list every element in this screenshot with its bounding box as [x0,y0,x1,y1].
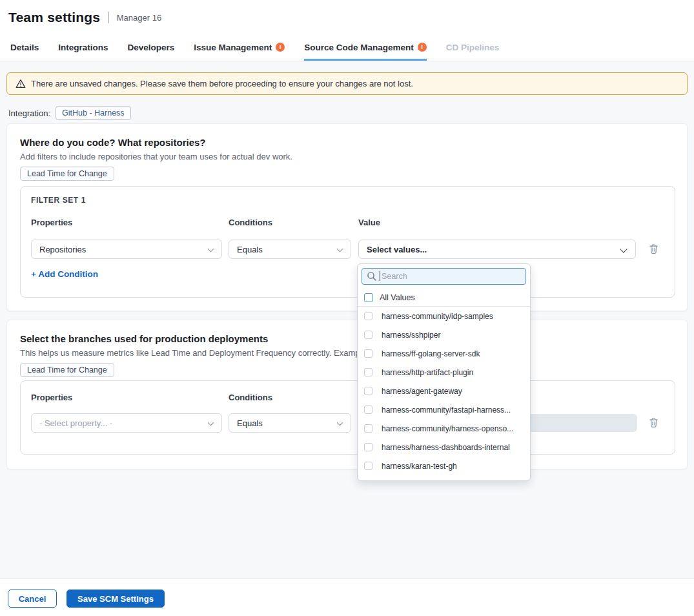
dropdown-option[interactable]: harness-community/fastapi-harness... [358,400,530,419]
repositories-card-subtitle: Add filters to include repositories that… [20,152,292,161]
tab-label: CD Pipelines [446,43,500,52]
branches-card-subtitle: This helps us measure metrics like Lead … [20,348,389,358]
dropdown-option[interactable]: harness/http-artifact-plugin [358,363,530,382]
values-dropdown-panel: All Values harness-community/idp-samples… [357,263,531,481]
integration-label: Integration: [8,108,50,118]
chevron-down-icon [337,420,343,426]
checkbox-icon[interactable] [364,293,373,302]
dropdown-option[interactable]: harness-community/idp-samples [358,307,530,325]
chevron-down-icon [208,420,214,426]
checkbox-icon[interactable] [364,368,373,376]
integration-row: Integration: GitHub - Harness [8,106,131,120]
delete-condition-button[interactable] [649,417,658,428]
search-icon [367,271,377,282]
conditions-column-label: Conditions [229,218,272,227]
title-row: Team settings Manager 16 [0,0,694,25]
team-name-label: Manager 16 [117,13,161,23]
tab[interactable]: Issue Management ! [194,37,285,61]
dropdown-option[interactable]: harness/sshpiper [358,325,530,344]
option-label: harness-community/idp-samples [382,312,493,321]
footer-bar: Cancel Save SCM Settings [0,579,694,616]
checkbox-icon[interactable] [364,312,373,320]
page-title: Team settings [8,10,100,25]
chevron-down-icon [620,245,627,252]
option-label: harness/ff-golang-server-sdk [382,349,480,358]
value-multiselect[interactable]: Select values... [358,240,636,259]
checkbox-icon[interactable] [364,443,373,451]
condition-select-value: Equals [237,418,263,428]
tab[interactable]: Developers ! [128,37,175,61]
tab[interactable]: Source Code Management ! [304,37,427,61]
dropdown-option[interactable]: harness-community/harness-openso... [358,419,530,438]
checkbox-icon[interactable] [364,387,373,395]
option-label: harness/sshpiper [382,331,440,340]
dropdown-search [362,268,526,285]
checkbox-icon[interactable] [364,480,373,481]
property-select[interactable]: Repositories [31,240,222,259]
filter-set-label: FILTER SET 1 [31,196,86,205]
condition-select[interactable]: Equals [229,240,351,259]
checkbox-icon[interactable] [364,406,373,414]
dropdown-option[interactable]: harness/... [358,475,530,481]
delete-condition-button[interactable] [649,243,658,254]
repositories-card: Where do you code? What repositories? Ad… [6,123,688,311]
filter-set-1-box: FILTER SET 1 Properties Conditions Value… [20,186,675,298]
option-label: harness-community/fastapi-harness... [382,406,511,415]
condition-select[interactable]: Equals [229,413,351,433]
tab-label: Issue Management [194,43,272,52]
banner-text: There are unsaved changes. Please save t… [31,79,413,88]
tab-label: Developers [128,43,175,52]
repositories-card-title: Where do you code? What repositories? [20,137,206,148]
tab[interactable]: Integrations ! [58,37,108,61]
tab-warning-icon: ! [276,43,285,52]
text-caret [380,271,380,281]
search-input[interactable] [362,268,526,285]
lead-time-chip: Lead Time for Change [20,167,114,181]
lead-time-chip: Lead Time for Change [20,363,114,377]
property-select-value: Repositories [39,245,86,254]
tab-label: Details [10,43,39,52]
dropdown-option[interactable]: harness/agent-gateway [358,382,530,400]
integration-chip[interactable]: GitHub - Harness [56,106,131,120]
save-scm-settings-button[interactable]: Save SCM Settings [66,590,165,608]
value-select-placeholder: Select values... [367,245,427,254]
option-label: harness/agent-gateway [382,387,462,396]
select-all-label: All Values [380,293,415,302]
dropdown-option[interactable]: harness/karan-test-gh [358,457,530,475]
option-label: harness/harness-dashboards-internal [382,443,510,452]
add-condition-button[interactable]: + Add Condition [31,269,98,279]
branches-card: Select the branches used for production … [6,320,688,469]
properties-column-label: Properties [31,393,72,402]
property-select-placeholder: - Select property... - [39,418,112,428]
tab[interactable]: CD Pipelines ! [446,37,500,61]
branches-card-title: Select the branches used for production … [20,333,268,344]
conditions-column-label: Conditions [229,393,272,402]
warning-triangle-icon [15,79,26,88]
property-select[interactable]: - Select property... - [31,413,222,433]
checkbox-icon[interactable] [364,424,373,433]
cancel-button[interactable]: Cancel [8,590,57,608]
tab[interactable]: Details ! [10,37,39,61]
branch-filter-box: Properties Conditions Value - Select pro… [20,380,675,455]
properties-column-label: Properties [31,218,72,227]
checkbox-icon[interactable] [364,462,373,470]
tab-warning-icon: ! [418,43,427,52]
option-label: harness/karan-test-gh [382,462,457,471]
option-label: harness/... [382,480,418,482]
dropdown-option[interactable]: harness/ff-golang-server-sdk [358,344,530,363]
title-divider [108,12,109,23]
chevron-down-icon [337,246,343,252]
dropdown-option[interactable]: harness/harness-dashboards-internal [358,438,530,457]
tab-label: Source Code Management [304,43,414,52]
checkbox-icon[interactable] [364,331,373,339]
option-label: harness/http-artifact-plugin [382,368,473,377]
tab-bar: Details ! Integrations ! Developers ! Is… [0,37,694,61]
tab-label: Integrations [58,43,108,52]
condition-select-value: Equals [237,245,263,254]
value-column-label: Value [358,218,380,227]
chevron-down-icon [208,246,214,252]
option-label: harness-community/harness-openso... [382,424,513,433]
select-all-option[interactable]: All Values [358,289,530,307]
checkbox-icon[interactable] [364,349,373,358]
page-header: Team settings Manager 16 [0,0,694,37]
